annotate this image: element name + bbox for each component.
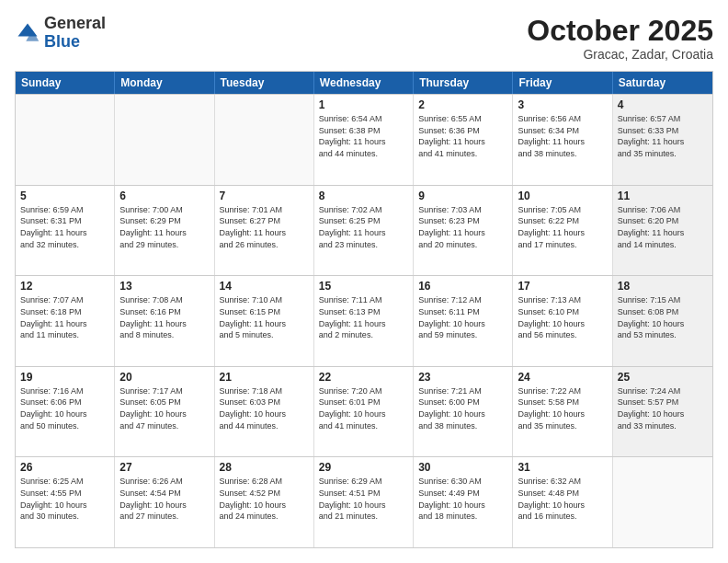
calendar-cell: 5Sunrise: 6:59 AMSunset: 6:31 PMDaylight… (16, 186, 115, 276)
calendar-cell: 6Sunrise: 7:00 AMSunset: 6:29 PMDaylight… (115, 186, 214, 276)
cell-info: Sunrise: 7:05 AMSunset: 6:22 PMDaylight:… (518, 204, 607, 250)
logo-general: General (44, 14, 106, 32)
cell-info: Sunrise: 7:11 AMSunset: 6:13 PMDaylight:… (319, 294, 408, 340)
calendar-header: SundayMondayTuesdayWednesdayThursdayFrid… (16, 72, 712, 94)
calendar-cell: 18Sunrise: 7:15 AMSunset: 6:08 PMDayligh… (613, 276, 712, 366)
cell-info: Sunrise: 7:13 AMSunset: 6:10 PMDaylight:… (518, 294, 607, 340)
calendar-cell: 1Sunrise: 6:54 AMSunset: 6:38 PMDaylight… (314, 95, 414, 185)
logo: General Blue (15, 15, 106, 52)
header-day-saturday: Saturday (613, 72, 712, 94)
day-number: 21 (220, 371, 309, 384)
day-number: 14 (220, 280, 309, 293)
day-number: 13 (119, 280, 209, 293)
header-day-wednesday: Wednesday (314, 72, 414, 94)
cell-info: Sunrise: 6:54 AMSunset: 6:38 PMDaylight:… (319, 113, 408, 159)
page: General Blue October 2025 Gracac, Zadar,… (0, 0, 728, 563)
day-number: 9 (418, 190, 507, 202)
cell-info: Sunrise: 7:18 AMSunset: 6:03 PMDaylight:… (220, 385, 309, 431)
cell-info: Sunrise: 6:32 AMSunset: 4:48 PMDaylight:… (518, 476, 607, 522)
calendar-cell: 8Sunrise: 7:02 AMSunset: 6:25 PMDaylight… (314, 186, 414, 276)
day-number: 15 (319, 280, 408, 293)
cell-info: Sunrise: 7:02 AMSunset: 6:25 PMDaylight:… (319, 204, 408, 250)
cell-info: Sunrise: 6:30 AMSunset: 4:49 PMDaylight:… (418, 476, 507, 522)
calendar-cell (215, 95, 314, 185)
calendar-row-1: 5Sunrise: 6:59 AMSunset: 6:31 PMDaylight… (16, 185, 712, 276)
day-number: 31 (518, 461, 607, 474)
calendar-cell (613, 457, 712, 547)
header: General Blue October 2025 Gracac, Zadar,… (15, 15, 713, 62)
cell-info: Sunrise: 7:16 AMSunset: 6:06 PMDaylight:… (20, 385, 109, 431)
header-day-thursday: Thursday (414, 72, 513, 94)
calendar-row-4: 26Sunrise: 6:25 AMSunset: 4:55 PMDayligh… (16, 456, 712, 547)
calendar-cell: 14Sunrise: 7:10 AMSunset: 6:15 PMDayligh… (215, 276, 314, 366)
cell-info: Sunrise: 6:28 AMSunset: 4:52 PMDaylight:… (220, 476, 309, 522)
day-number: 1 (319, 98, 408, 111)
cell-info: Sunrise: 7:12 AMSunset: 6:11 PMDaylight:… (418, 294, 507, 340)
calendar-cell: 7Sunrise: 7:01 AMSunset: 6:27 PMDaylight… (215, 186, 314, 276)
header-day-sunday: Sunday (16, 72, 115, 94)
day-number: 6 (119, 190, 209, 202)
title-area: October 2025 Gracac, Zadar, Croatia (527, 15, 713, 62)
cell-info: Sunrise: 7:15 AMSunset: 6:08 PMDaylight:… (618, 294, 708, 340)
calendar-row-3: 19Sunrise: 7:16 AMSunset: 6:06 PMDayligh… (16, 366, 712, 457)
calendar-cell: 29Sunrise: 6:29 AMSunset: 4:51 PMDayligh… (314, 457, 414, 547)
day-number: 16 (418, 280, 507, 293)
cell-info: Sunrise: 6:29 AMSunset: 4:51 PMDaylight:… (319, 476, 408, 522)
day-number: 18 (618, 280, 708, 293)
calendar-body: 1Sunrise: 6:54 AMSunset: 6:38 PMDaylight… (16, 94, 712, 547)
calendar-cell: 4Sunrise: 6:57 AMSunset: 6:33 PMDaylight… (613, 95, 712, 185)
calendar-cell: 31Sunrise: 6:32 AMSunset: 4:48 PMDayligh… (513, 457, 612, 547)
day-number: 19 (20, 371, 109, 384)
calendar-cell: 11Sunrise: 7:06 AMSunset: 6:20 PMDayligh… (613, 186, 712, 276)
calendar-cell: 26Sunrise: 6:25 AMSunset: 4:55 PMDayligh… (16, 457, 115, 547)
cell-info: Sunrise: 6:55 AMSunset: 6:36 PMDaylight:… (418, 113, 507, 159)
calendar-cell: 9Sunrise: 7:03 AMSunset: 6:23 PMDaylight… (414, 186, 513, 276)
day-number: 22 (319, 371, 408, 384)
day-number: 30 (418, 461, 507, 474)
cell-info: Sunrise: 7:24 AMSunset: 5:57 PMDaylight:… (618, 385, 708, 431)
calendar-cell (16, 95, 115, 185)
logo-icon (15, 20, 40, 46)
cell-info: Sunrise: 7:01 AMSunset: 6:27 PMDaylight:… (220, 204, 309, 250)
day-number: 20 (119, 371, 209, 384)
cell-info: Sunrise: 7:07 AMSunset: 6:18 PMDaylight:… (20, 294, 109, 340)
cell-info: Sunrise: 7:06 AMSunset: 6:20 PMDaylight:… (618, 204, 708, 250)
day-number: 11 (618, 190, 708, 202)
calendar-cell: 24Sunrise: 7:22 AMSunset: 5:58 PMDayligh… (513, 367, 612, 457)
cell-info: Sunrise: 6:26 AMSunset: 4:54 PMDaylight:… (119, 476, 209, 522)
calendar-cell: 23Sunrise: 7:21 AMSunset: 6:00 PMDayligh… (414, 367, 513, 457)
cell-info: Sunrise: 7:17 AMSunset: 6:05 PMDaylight:… (119, 385, 209, 431)
calendar-cell: 30Sunrise: 6:30 AMSunset: 4:49 PMDayligh… (414, 457, 513, 547)
day-number: 5 (20, 190, 109, 202)
cell-info: Sunrise: 7:20 AMSunset: 6:01 PMDaylight:… (319, 385, 408, 431)
day-number: 2 (418, 98, 507, 111)
day-number: 25 (618, 371, 708, 384)
calendar: SundayMondayTuesdayWednesdayThursdayFrid… (15, 71, 713, 548)
day-number: 28 (220, 461, 309, 474)
day-number: 27 (119, 461, 209, 474)
logo-blue: Blue (44, 32, 80, 51)
calendar-cell (115, 95, 214, 185)
cell-info: Sunrise: 7:10 AMSunset: 6:15 PMDaylight:… (220, 294, 309, 340)
calendar-cell: 13Sunrise: 7:08 AMSunset: 6:16 PMDayligh… (115, 276, 214, 366)
day-number: 26 (20, 461, 109, 474)
calendar-cell: 3Sunrise: 6:56 AMSunset: 6:34 PMDaylight… (513, 95, 612, 185)
calendar-cell: 21Sunrise: 7:18 AMSunset: 6:03 PMDayligh… (215, 367, 314, 457)
calendar-cell: 17Sunrise: 7:13 AMSunset: 6:10 PMDayligh… (513, 276, 612, 366)
cell-info: Sunrise: 7:22 AMSunset: 5:58 PMDaylight:… (518, 385, 607, 431)
day-number: 4 (618, 98, 708, 111)
cell-info: Sunrise: 6:59 AMSunset: 6:31 PMDaylight:… (20, 204, 109, 250)
calendar-row-0: 1Sunrise: 6:54 AMSunset: 6:38 PMDaylight… (16, 94, 712, 185)
logo-text: General Blue (44, 15, 106, 52)
calendar-cell: 20Sunrise: 7:17 AMSunset: 6:05 PMDayligh… (115, 367, 214, 457)
cell-info: Sunrise: 6:57 AMSunset: 6:33 PMDaylight:… (618, 113, 708, 159)
day-number: 17 (518, 280, 607, 293)
location-subtitle: Gracac, Zadar, Croatia (527, 47, 713, 62)
cell-info: Sunrise: 6:56 AMSunset: 6:34 PMDaylight:… (518, 113, 607, 159)
calendar-cell: 2Sunrise: 6:55 AMSunset: 6:36 PMDaylight… (414, 95, 513, 185)
cell-info: Sunrise: 6:25 AMSunset: 4:55 PMDaylight:… (20, 476, 109, 522)
header-day-tuesday: Tuesday (215, 72, 314, 94)
header-day-monday: Monday (115, 72, 214, 94)
day-number: 23 (418, 371, 507, 384)
cell-info: Sunrise: 7:08 AMSunset: 6:16 PMDaylight:… (119, 294, 209, 340)
